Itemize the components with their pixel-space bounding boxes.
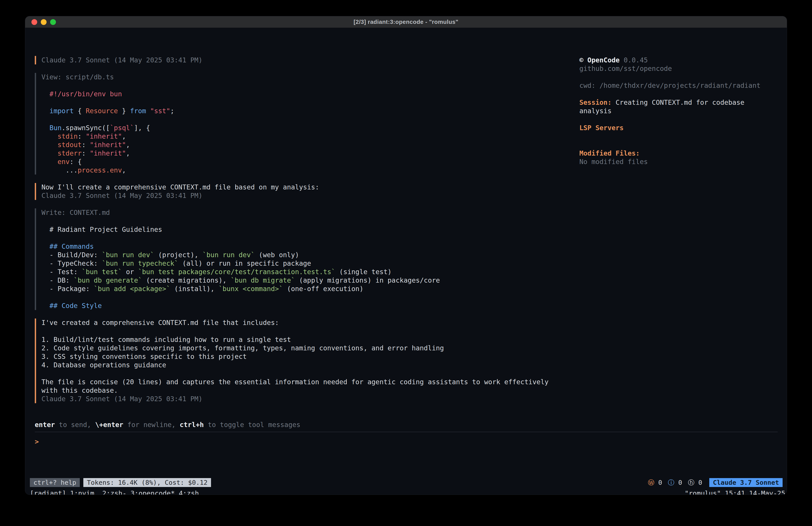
text-segment: , (126, 141, 130, 149)
window-title: [2/3] radiant:3:opencode - "romulus" (354, 18, 458, 25)
text-segment: env (41, 158, 70, 166)
text-segment: Bun (41, 124, 61, 132)
text-segment: : (82, 141, 90, 149)
text-line: Claude 3.7 Sonnet (14 May 2025 03:41 PM) (41, 395, 549, 403)
info-count: 0 (674, 479, 682, 486)
text-segment: Write: CONTEXT.md (41, 209, 110, 216)
text-segment: stderr (41, 149, 82, 157)
text-segment: .spawnSync([ (61, 124, 110, 132)
text-line: analysis (579, 107, 780, 115)
text-segment: stdin (41, 132, 78, 140)
text-segment (146, 107, 150, 115)
window-titlebar[interactable]: [2/3] radiant:3:opencode - "romulus" (25, 16, 787, 28)
text-segment: 4. Database operations guidance (41, 361, 166, 369)
text-line: View: script/db.ts (41, 73, 549, 81)
text-line: Modified Files: (579, 149, 780, 158)
hints-icon: ⓗ (688, 479, 694, 486)
text-line: © OpenCode 0.0.45 (579, 56, 780, 65)
text-line (579, 141, 780, 149)
text-line: enter to send, \+enter for newline, ctrl… (35, 421, 300, 429)
minimize-button[interactable] (41, 19, 47, 25)
text-segment: `bun run dev` (203, 251, 255, 259)
text-segment: with this codebase. (41, 386, 118, 394)
text-segment: from (130, 107, 146, 115)
text-segment: - Test: (41, 268, 82, 276)
text-segment: `bun db migrate` (231, 276, 295, 284)
text-line: with this codebase. (41, 386, 549, 395)
text-segment: (install), (170, 285, 219, 293)
text-segment: `bun db generate` (74, 276, 142, 284)
text-segment: Creating CONTEXT.md for codebase (612, 99, 744, 106)
terminal-window: [2/3] radiant:3:opencode - "romulus" Cla… (25, 16, 787, 495)
text-segment: `psql` (110, 124, 134, 132)
tmux-window-list[interactable]: [radiant] 1:nvim 2:zsh- 3:opencode* 4:zs… (30, 489, 199, 495)
chat-log[interactable]: Claude 3.7 Sonnet (14 May 2025 03:41 PM)… (35, 56, 549, 412)
terminal-content: Claude 3.7 Sonnet (14 May 2025 03:41 PM)… (25, 28, 787, 495)
text-segment: : (82, 149, 90, 157)
text-line: Session: Creating CONTEXT.md for codebas… (579, 98, 780, 107)
text-segment: # Radiant Project Guidelines (41, 226, 162, 233)
text-line: Claude 3.7 Sonnet (14 May 2025 03:41 PM) (41, 191, 549, 200)
text-line (41, 115, 549, 124)
text-segment: to send, (55, 421, 95, 429)
hints-count: 0 (694, 479, 702, 486)
text-segment: LSP Servers (579, 124, 624, 132)
text-line: 4. Database operations guidance (41, 361, 549, 369)
text-line: Claude 3.7 Sonnet (14 May 2025 03:41 PM) (41, 56, 549, 65)
text-segment: `bun test` (82, 268, 122, 276)
text-segment: - Build/Dev: (41, 251, 102, 259)
text-segment: , (122, 166, 126, 174)
text-line: env: { (41, 158, 549, 166)
close-button[interactable] (31, 19, 37, 25)
text-line (41, 293, 549, 301)
diagnostic-warnings: Ⓦ 0 (648, 478, 662, 487)
text-line: github.com/sst/opencode (579, 65, 780, 73)
text-line: 3. CSS styling conventions specific to t… (41, 352, 549, 361)
text-segment: stdout (41, 141, 82, 149)
tokens-cost-badge: Tokens: 16.4K (8%), Cost: $0.12 (83, 478, 211, 487)
text-segment: or (122, 268, 138, 276)
text-segment: (one-off execution) (283, 285, 363, 293)
text-line: stdin: "inherit", (41, 132, 549, 141)
text-line (41, 327, 549, 336)
text-segment: - DB: (41, 276, 74, 284)
text-segment: No modified files (579, 158, 648, 166)
text-line: Now I'll create a comprehensive CONTEXT.… (41, 183, 549, 191)
text-segment: 0.0.45 (624, 56, 648, 64)
text-segment: (web only) (255, 251, 299, 259)
prompt-input[interactable]: > (35, 438, 778, 478)
text-segment: View: script/db.ts (41, 73, 114, 81)
text-segment: I've created a comprehensive CONTEXT.md … (41, 319, 279, 327)
text-segment: "inherit" (90, 149, 126, 157)
text-segment: Now I'll create a comprehensive CONTEXT.… (41, 183, 319, 191)
model-badge[interactable]: Claude 3.7 Sonnet (709, 478, 783, 487)
text-segment: for newline, (123, 421, 179, 429)
text-line: Write: CONTEXT.md (41, 209, 549, 217)
text-segment: Claude 3.7 Sonnet (14 May 2025 03:41 PM) (41, 56, 202, 64)
text-segment: Modified Files: (579, 149, 640, 157)
session-sidebar: © OpenCode 0.0.45github.com/sst/opencode… (579, 56, 780, 166)
text-line: ## Code Style (41, 301, 549, 310)
text-line (41, 98, 549, 107)
chat-block-message: Now I'll create a comprehensive CONTEXT.… (35, 183, 549, 200)
text-segment: Resource (86, 107, 118, 115)
text-segment: } (118, 107, 130, 115)
text-line (41, 81, 549, 90)
text-line: stdout: "inherit", (41, 141, 549, 149)
keybinding-hint: enter to send, \+enter for newline, ctrl… (35, 421, 300, 429)
text-line: cwd: /home/thdxr/dev/projects/radiant/ra… (579, 81, 780, 90)
warnings-count: 0 (654, 479, 662, 486)
text-segment: © OpenCode (579, 56, 624, 64)
text-line: - Package: `bun add <package>` (install)… (41, 285, 549, 293)
text-line: 2. Code style guidelines covering import… (41, 344, 549, 352)
text-segment: `bun run dev` (102, 251, 154, 259)
chat-block-message: I've created a comprehensive CONTEXT.md … (35, 318, 549, 403)
input-divider (35, 432, 778, 432)
text-segment: enter (35, 421, 55, 429)
maximize-button[interactable] (50, 19, 56, 25)
text-segment: Session: (579, 99, 612, 106)
help-button[interactable]: ctrl+? help (30, 478, 80, 487)
text-segment: (single test) (335, 268, 392, 276)
text-line (41, 217, 549, 225)
diagnostics: Ⓦ 0ⓘ 0ⓗ 0 (648, 478, 702, 487)
